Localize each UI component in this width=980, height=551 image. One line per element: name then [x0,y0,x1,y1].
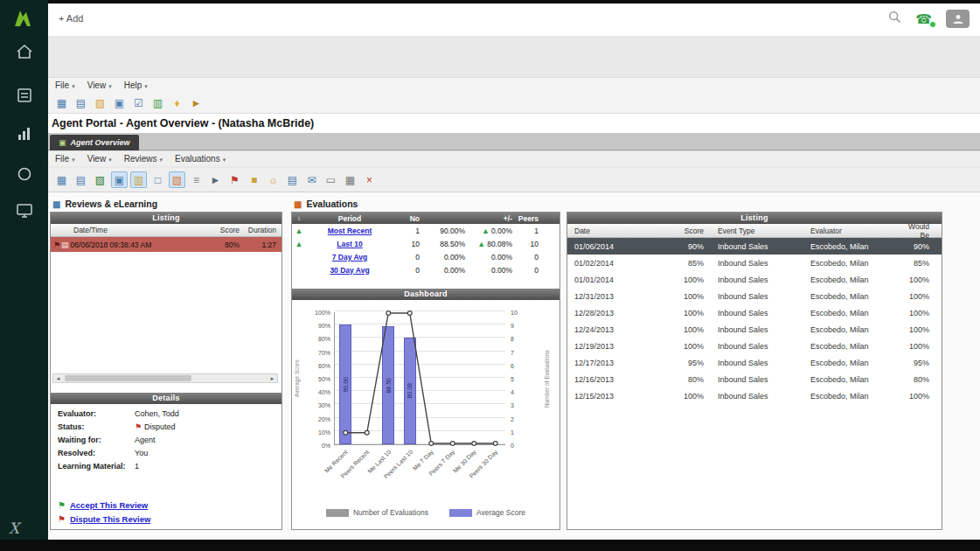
horn-icon[interactable]: ► [188,94,205,111]
column-evaluator[interactable]: Evaluator [807,227,908,235]
menu-file[interactable]: File▾ [55,154,75,164]
y2-tick-label: 4 [511,389,532,395]
cell-would-be: 100% [908,325,942,334]
app-logo-icon[interactable] [11,7,34,33]
menu-view[interactable]: View▾ [87,154,112,164]
most-recent-link[interactable]: Most Recent [306,227,393,235]
column-date[interactable]: Date [567,227,651,235]
cell-evaluator: Escobedo, Milan [807,259,908,268]
scrollbar-track[interactable] [63,374,268,382]
window-icon[interactable]: ▣ [111,94,128,111]
recording-icon[interactable] [0,166,48,185]
add-button[interactable]: + Add [59,13,83,24]
cancel-icon[interactable]: × [361,171,378,188]
document-icon[interactable]: ▤ [284,171,301,188]
trend-up-icon: ▲ [292,227,306,235]
30-day-avg-link[interactable]: 30 Day Avg [306,266,393,275]
folder-icon[interactable]: ▧ [92,94,108,111]
export-icon[interactable]: ▥ [149,94,166,111]
dispute-this-review-icon: ⚑ [58,514,66,524]
save-icon[interactable]: ▤ [73,94,89,111]
menu-reviews[interactable]: Reviews▾ [124,154,163,164]
7-day-avg-link[interactable]: 7 Day Avg [306,253,393,262]
window-icon[interactable]: □ [149,171,166,188]
user-button[interactable] [946,10,970,28]
cell-score: 95% [651,359,704,367]
interactions-icon[interactable] [0,87,48,107]
evaluation-row[interactable]: 12/17/201395%Inbound SalesEscobedo, Mila… [567,354,942,371]
evaluation-row[interactable]: 12/28/2013100%Inbound SalesEscobedo, Mil… [567,304,942,321]
reports-icon[interactable] [0,126,48,145]
phone-icon[interactable]: ☎ [915,11,932,27]
cell-score: 100% [651,392,704,401]
evaluations-listing-panel: Listing Date Score Event Type Evaluator … [566,212,942,530]
trend-up-icon: ▲ [482,227,490,235]
details-fields: Evaluator:Cohen, ToddStatus:⚑DisputedWai… [58,407,275,472]
evaluation-row[interactable]: 12/16/201380%Inbound SalesEscobedo, Mila… [567,371,942,387]
chevron-down-icon: ▾ [108,157,112,163]
menu-help[interactable]: Help▾ [124,80,148,90]
cell-evaluator: Escobedo, Milan [807,392,908,401]
search-icon[interactable] [888,10,901,27]
calendar-icon[interactable]: ▦ [342,171,358,188]
grid-icon[interactable]: ▦ [53,171,70,188]
inner-menubar: File▾View▾Reviews▾Evaluations▾ [48,150,980,166]
chart-icon[interactable]: ▨ [169,171,185,188]
dispute-this-review-link[interactable]: Dispute This Review [70,514,150,524]
column-score[interactable]: Score [651,227,704,235]
home-icon[interactable] [0,44,48,63]
column-score[interactable]: Score [201,226,240,234]
y2-tick-label: 0 [511,443,532,449]
evaluation-row[interactable]: 01/01/2014100%Inbound SalesEscobedo, Mil… [567,271,942,288]
last-10-link[interactable]: Last 10 [306,240,393,248]
eval-peers-score: 0.00% [465,253,512,262]
y-tick-label: 80% [302,336,330,342]
layout-icon[interactable]: ▣ [111,171,128,188]
dispute-flag-icon[interactable]: ⚑ [226,171,243,188]
horizontal-scrollbar[interactable]: ◄ ► [52,373,278,383]
scroll-left-icon[interactable]: ◄ [53,376,63,381]
accept-this-review-link[interactable]: Accept This Review [70,500,148,510]
eval-peers-score: ▲0.00% [465,227,512,235]
mail-export-icon[interactable]: ✉ [303,171,320,188]
review-row[interactable]: ⚑▤06/06/2018 09:38:43 AM80%1:27 [51,237,281,252]
review-duration: 1:27 [240,241,281,249]
scrollbar-thumb[interactable] [65,375,191,381]
evaluation-row[interactable]: 12/15/2013100%Inbound SalesEscobedo, Mil… [567,387,942,404]
column-event-type[interactable]: Event Type [704,227,807,235]
excel-export-icon[interactable]: ▧ [92,171,108,188]
rows-icon[interactable]: ≡ [188,171,205,188]
menu-view[interactable]: View▾ [87,80,112,90]
report-icon[interactable]: ▤ [73,171,89,188]
column-plus-minus[interactable]: +/- [465,214,512,223]
scroll-right-icon[interactable]: ► [268,376,277,381]
printer-icon[interactable]: ▭ [323,171,339,188]
column-no[interactable]: No [393,214,420,223]
note-icon[interactable]: ■ [246,171,262,188]
evaluation-row[interactable]: 12/31/2013100%Inbound SalesEscobedo, Mil… [567,288,942,304]
column-datetime[interactable]: Date/Time [51,226,201,234]
evaluation-row[interactable]: 01/06/201490%Inbound SalesEscobedo, Mila… [567,238,942,255]
chart-legend: Number of EvaluationsAverage Score [292,508,560,517]
wrench-icon[interactable]: ♦ [169,94,185,111]
evaluation-row[interactable]: 12/24/2013100%Inbound SalesEscobedo, Mil… [567,321,942,338]
tab-agent-overview[interactable]: ▣ Agent Overview [50,135,139,150]
y2-tick-label: 2 [511,416,532,422]
menu-file[interactable]: File▾ [55,80,75,90]
column-period[interactable]: Period [306,214,393,223]
cell-evaluator: Escobedo, Milan [807,375,908,384]
grid-view-icon[interactable]: ▦ [53,94,70,111]
column-peers[interactable]: Peers [512,214,544,223]
doc-icon: ▤ [61,241,71,249]
player-icon[interactable]: ► [207,171,224,188]
checklist-icon[interactable]: ☑ [130,94,147,111]
menu-evaluations[interactable]: Evaluations▾ [175,154,226,164]
columns-icon[interactable]: ▥ [130,171,147,188]
topbar-actions: ☎ [888,10,970,28]
evaluation-row[interactable]: 12/19/2013100%Inbound SalesEscobedo, Mil… [567,338,942,354]
bulb-icon[interactable]: ☼ [265,171,281,188]
screen-icon[interactable] [0,203,48,222]
column-would-be[interactable]: Would Be [908,222,942,240]
evaluation-row[interactable]: 01/02/201485%Inbound SalesEscobedo, Mila… [567,255,942,271]
column-duration[interactable]: Duration [240,226,281,234]
